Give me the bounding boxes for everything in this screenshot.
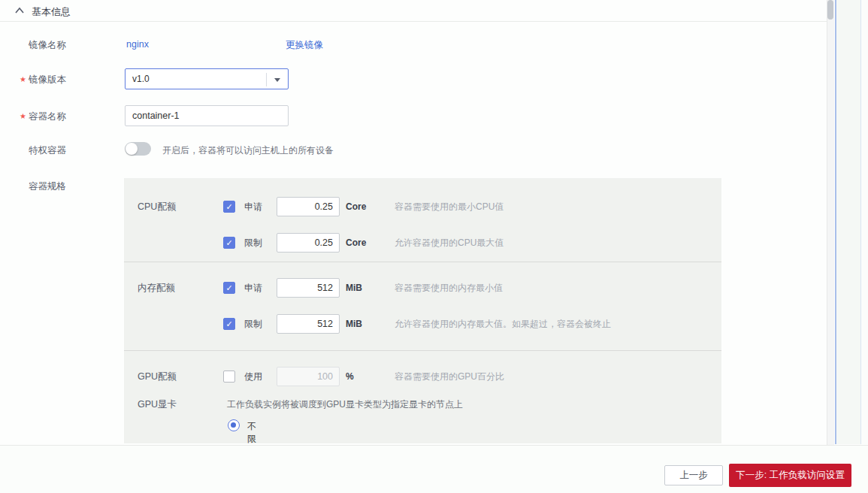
chevron-down-icon bbox=[274, 78, 280, 82]
image-name-label: 镜像名称 bbox=[29, 39, 66, 52]
memory-request-unit: MiB bbox=[346, 278, 362, 298]
gpu-use-checkbox[interactable] bbox=[223, 371, 235, 383]
chevron-up-icon[interactable] bbox=[14, 6, 25, 15]
cpu-request-hint: 容器需要使用的最小CPU值 bbox=[395, 197, 504, 216]
cpu-request-row: CPU配额 申请 Core 容器需要使用的最小CPU值 bbox=[124, 197, 721, 216]
divider bbox=[124, 350, 721, 351]
cpu-limit-unit: Core bbox=[346, 233, 366, 253]
select-divider bbox=[266, 73, 267, 86]
scrollbar-thumb[interactable] bbox=[827, 0, 833, 20]
memory-request-input[interactable] bbox=[277, 278, 340, 298]
required-marker: ★ bbox=[20, 112, 26, 120]
memory-limit-checkbox-label: 限制 bbox=[244, 314, 262, 334]
required-marker: ★ bbox=[20, 75, 26, 83]
gpu-card-description: 工作负载实例将被调度到GPU显卡类型为指定显卡的节点上 bbox=[227, 398, 463, 411]
gpu-percent-unit: % bbox=[346, 367, 354, 386]
cpu-limit-input[interactable] bbox=[277, 233, 340, 253]
container-name-label: 容器名称 bbox=[29, 110, 66, 123]
image-version-select[interactable]: v1.0 bbox=[125, 68, 289, 89]
right-edge-area bbox=[861, 0, 868, 444]
memory-limit-checkbox[interactable] bbox=[223, 318, 235, 330]
image-version-label: 镜像版本 bbox=[29, 74, 66, 86]
wizard-footer: 上一步 下一步: 工作负载访问设置 bbox=[0, 445, 868, 493]
memory-quota-label: 内存配额 bbox=[138, 278, 220, 298]
memory-request-checkbox[interactable] bbox=[223, 282, 235, 294]
cpu-limit-checkbox-label: 限制 bbox=[244, 233, 262, 253]
memory-limit-unit: MiB bbox=[346, 314, 362, 334]
privileged-label: 特权容器 bbox=[29, 144, 66, 157]
cpu-request-unit: Core bbox=[346, 197, 366, 216]
gpu-percent-input[interactable] bbox=[277, 367, 340, 386]
cpu-request-checkbox-label: 申请 bbox=[244, 197, 262, 216]
memory-request-hint: 容器需要使用的内存最小值 bbox=[395, 278, 503, 298]
image-name-value[interactable]: nginx bbox=[126, 39, 149, 50]
previous-step-button[interactable]: 上一步 bbox=[664, 465, 723, 485]
privileged-toggle[interactable] bbox=[125, 142, 151, 156]
scrollbar-track[interactable] bbox=[827, 0, 834, 445]
cpu-quota-label: CPU配额 bbox=[138, 197, 220, 216]
next-step-button[interactable]: 下一步: 工作负载访问设置 bbox=[729, 464, 851, 487]
memory-limit-input[interactable] bbox=[277, 314, 340, 334]
section-title: 基本信息 bbox=[32, 5, 71, 19]
cpu-request-checkbox[interactable] bbox=[223, 201, 235, 213]
cpu-limit-row: 限制 Core 允许容器使用的CPU最大值 bbox=[124, 233, 721, 253]
radio-icon bbox=[228, 419, 240, 431]
workload-config-page: 基本信息 镜像名称 nginx 更换镜像 ★ 镜像版本 v1.0 ★ 容器名称 … bbox=[0, 0, 868, 493]
cpu-request-input[interactable] bbox=[277, 197, 340, 216]
gpu-quota-label: GPU配额 bbox=[138, 367, 220, 386]
basic-info-section-header[interactable]: 基本信息 bbox=[0, 0, 827, 22]
container-spec-label: 容器规格 bbox=[29, 180, 66, 193]
memory-limit-hint: 允许容器使用的内存最大值。如果超过，容器会被终止 bbox=[395, 314, 611, 334]
privileged-hint: 开启后，容器将可以访问主机上的所有设备 bbox=[162, 144, 334, 157]
gpu-use-row: GPU配额 使用 % 容器需要使用的GPU百分比 bbox=[124, 367, 721, 386]
container-name-input[interactable] bbox=[125, 105, 289, 126]
memory-limit-row: 限制 MiB 允许容器使用的内存最大值。如果超过，容器会被终止 bbox=[124, 314, 721, 334]
image-version-selected-value: v1.0 bbox=[132, 74, 150, 84]
divider bbox=[124, 262, 721, 262]
gpu-use-hint: 容器需要使用的GPU百分比 bbox=[395, 367, 504, 386]
gpu-card-label: GPU显卡 bbox=[138, 398, 177, 411]
cpu-limit-checkbox[interactable] bbox=[223, 237, 235, 249]
change-image-link[interactable]: 更换镜像 bbox=[286, 39, 323, 52]
cpu-limit-hint: 允许容器使用的CPU最大值 bbox=[395, 233, 504, 253]
memory-request-checkbox-label: 申请 bbox=[244, 278, 262, 298]
memory-request-row: 内存配额 申请 MiB 容器需要使用的内存最小值 bbox=[124, 278, 721, 298]
gpu-use-checkbox-label: 使用 bbox=[244, 367, 262, 386]
toggle-knob bbox=[126, 143, 138, 155]
right-side-panel bbox=[836, 0, 860, 444]
container-spec-box: CPU配额 申请 Core 容器需要使用的最小CPU值 限制 Core 允许容器… bbox=[124, 178, 721, 443]
